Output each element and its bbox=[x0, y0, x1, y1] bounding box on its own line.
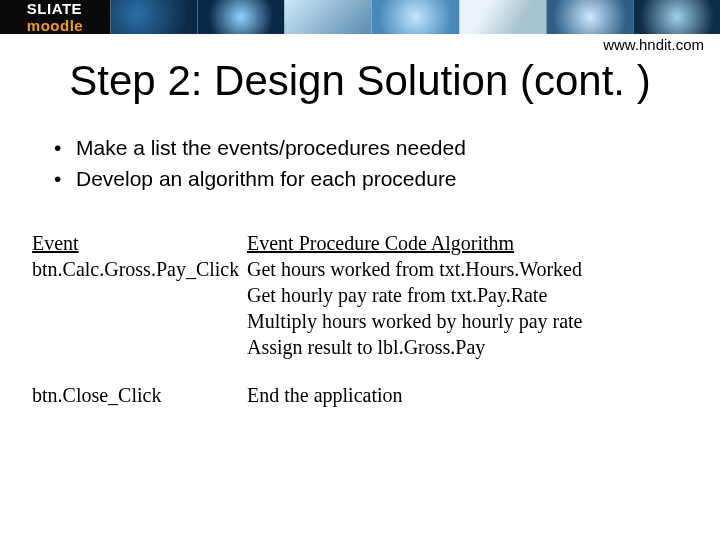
banner-thumb bbox=[546, 0, 633, 34]
bullet-item: Develop an algorithm for each procedure bbox=[54, 164, 720, 194]
banner-thumb bbox=[284, 0, 371, 34]
algo-line: End the application bbox=[247, 382, 680, 408]
banner-thumb bbox=[371, 0, 458, 34]
table-row: btn.Close_Click End the application bbox=[32, 360, 680, 408]
banner-thumb bbox=[459, 0, 546, 34]
banner-thumbnails bbox=[110, 0, 720, 34]
banner-thumb bbox=[197, 0, 284, 34]
slide-title: Step 2: Design Solution (cont. ) bbox=[40, 57, 680, 105]
algo-line: Get hourly pay rate from txt.Pay.Rate bbox=[247, 282, 680, 308]
table-header-row: Event Event Procedure Code Algorithm bbox=[32, 230, 680, 256]
event-cell: btn.Close_Click bbox=[32, 360, 247, 408]
algo-line: Multiply hours worked by hourly pay rate bbox=[247, 308, 680, 334]
algo-line: Assign result to lbl.Gross.Pay bbox=[247, 334, 680, 360]
algo-line: Get hours worked from txt.Hours.Worked bbox=[247, 256, 680, 282]
algo-cell: End the application bbox=[247, 360, 680, 408]
table-row: btn.Calc.Gross.Pay_Click Get hours worke… bbox=[32, 256, 680, 360]
logo: SLIATE moodle bbox=[0, 0, 110, 34]
banner-thumb bbox=[110, 0, 197, 34]
col-header-event: Event bbox=[32, 232, 79, 254]
top-banner: SLIATE moodle bbox=[0, 0, 720, 34]
event-cell: btn.Calc.Gross.Pay_Click bbox=[32, 256, 247, 360]
bullet-list: Make a list the events/procedures needed… bbox=[54, 133, 720, 194]
algo-cell: Get hours worked from txt.Hours.Worked G… bbox=[247, 256, 680, 360]
col-header-algo: Event Procedure Code Algorithm bbox=[247, 232, 514, 254]
bullet-item: Make a list the events/procedures needed bbox=[54, 133, 720, 163]
logo-text-1: SLIATE bbox=[27, 0, 82, 17]
logo-text-2: moodle bbox=[27, 17, 83, 34]
banner-thumb bbox=[633, 0, 720, 34]
event-algorithm-table: Event Event Procedure Code Algorithm btn… bbox=[32, 230, 680, 408]
url-label: www.hndit.com bbox=[0, 34, 720, 53]
